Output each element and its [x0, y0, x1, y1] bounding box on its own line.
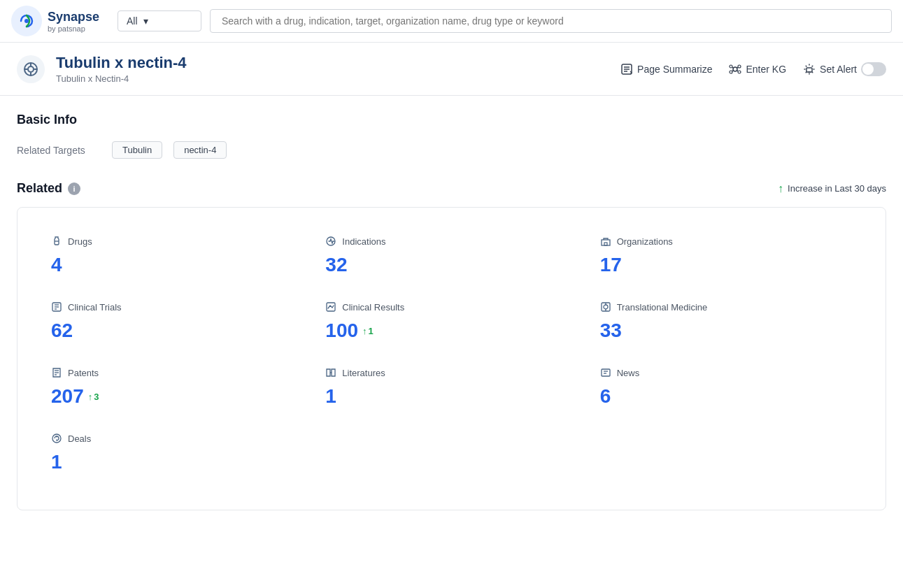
- related-info-icon[interactable]: i: [68, 182, 80, 195]
- chevron-down-icon: ▾: [143, 15, 148, 27]
- organizations-value: 17: [600, 254, 852, 276]
- translational-medicine-icon: [600, 301, 611, 313]
- svg-point-13: [730, 65, 732, 68]
- set-alert-icon: [803, 63, 816, 76]
- stat-item-deals[interactable]: Deals 1: [40, 424, 314, 490]
- related-header: Related i ↑ Increase in Last 30 days: [17, 181, 886, 196]
- svg-point-16: [738, 71, 741, 73]
- news-label: News: [617, 368, 640, 378]
- logo-name: Synapse: [48, 10, 99, 24]
- news-value: 6: [600, 385, 852, 408]
- entity-info: Tubulin x nectin-4 Tubulin x Nectin-4: [56, 54, 187, 84]
- stat-item-news[interactable]: News 6: [589, 359, 863, 424]
- translational-medicine-value: 33: [600, 320, 852, 342]
- related-title: Related: [17, 181, 62, 196]
- drugs-icon: [51, 236, 62, 247]
- drugs-label: Drugs: [68, 236, 92, 247]
- page-summarize-button[interactable]: Page Summarize: [620, 63, 712, 76]
- entity-actions: Page Summarize Enter KG Set Al: [620, 62, 886, 76]
- stat-item-patents[interactable]: Patents 207 ↑ 3: [40, 359, 314, 424]
- clinical-results-icon: [325, 301, 336, 313]
- entity-title: Tubulin x nectin-4: [56, 54, 187, 72]
- page-summarize-icon: [620, 63, 633, 76]
- entity-left: Tubulin x nectin-4 Tubulin x Nectin-4: [17, 54, 187, 84]
- basic-info-title: Basic Info: [17, 113, 886, 127]
- logo-text: Synapse by patsnap: [48, 10, 99, 33]
- main-content: Basic Info Related Targets Tubulin necti…: [0, 96, 903, 527]
- stat-item-clinical-trials[interactable]: Clinical Trials 62: [40, 293, 314, 359]
- svg-point-12: [733, 67, 737, 71]
- organizations-icon: [600, 236, 611, 247]
- organizations-label: Organizations: [617, 236, 673, 247]
- related-targets-label: Related Targets: [17, 145, 101, 156]
- increase-label: ↑ Increase in Last 30 days: [778, 182, 886, 195]
- synapse-logo-icon: [11, 6, 42, 36]
- clinical-trials-value: 62: [51, 320, 303, 342]
- patents-arrow-icon: ↑: [88, 392, 93, 402]
- set-alert-toggle[interactable]: [861, 62, 886, 76]
- indications-label: Indications: [342, 236, 385, 247]
- stat-item-drugs[interactable]: Drugs 4: [40, 227, 314, 293]
- deals-icon: [51, 433, 62, 444]
- stats-grid: Drugs 4 Indications 32: [40, 227, 863, 490]
- clinical-results-arrow-icon: ↑: [362, 326, 367, 336]
- svg-point-15: [730, 71, 732, 73]
- search-input[interactable]: [210, 9, 892, 33]
- dropdown-label: All: [127, 15, 138, 27]
- patents-icon: [51, 367, 62, 378]
- translational-medicine-label: Translational Medicine: [617, 302, 708, 313]
- svg-point-14: [738, 65, 741, 68]
- deals-value: 1: [51, 451, 303, 473]
- clinical-results-label: Clinical Results: [342, 302, 404, 313]
- literatures-icon: [325, 367, 336, 378]
- svg-point-3: [28, 66, 34, 72]
- entity-header: Tubulin x nectin-4 Tubulin x Nectin-4 Pa…: [0, 43, 903, 96]
- drugs-value: 4: [51, 254, 303, 276]
- patents-label: Patents: [68, 368, 99, 378]
- deals-label: Deals: [68, 433, 91, 444]
- set-alert-button[interactable]: Set Alert: [803, 62, 886, 76]
- enter-kg-button[interactable]: Enter KG: [729, 63, 786, 76]
- clinical-trials-icon: [51, 301, 62, 313]
- stat-item-indications[interactable]: Indications 32: [314, 227, 588, 293]
- stats-card: Drugs 4 Indications 32: [17, 207, 886, 510]
- clinical-results-increase: ↑ 1: [362, 326, 374, 336]
- svg-point-33: [604, 305, 608, 309]
- stat-item-literatures[interactable]: Literatures 1: [314, 359, 588, 424]
- svg-point-1: [24, 19, 29, 23]
- target-tag-tubulin[interactable]: Tubulin: [112, 141, 162, 159]
- related-targets-row: Related Targets Tubulin nectin-4: [17, 141, 886, 159]
- app-header: Synapse by patsnap All ▾: [0, 0, 903, 43]
- literatures-label: Literatures: [342, 368, 385, 378]
- news-icon: [600, 367, 611, 378]
- clinical-results-value: 100 ↑ 1: [325, 320, 577, 342]
- logo-area: Synapse by patsnap: [11, 6, 109, 36]
- patents-value: 207 ↑ 3: [51, 385, 303, 408]
- entity-subtitle: Tubulin x Nectin-4: [56, 73, 187, 84]
- clinical-trials-label: Clinical Trials: [68, 302, 122, 313]
- search-type-dropdown[interactable]: All ▾: [118, 10, 201, 31]
- stat-item-translational-medicine[interactable]: Translational Medicine 33: [589, 293, 863, 359]
- logo-sub: by patsnap: [48, 24, 99, 33]
- related-title-area: Related i: [17, 181, 80, 196]
- patents-increase: ↑ 3: [88, 392, 99, 402]
- indications-value: 32: [325, 254, 577, 276]
- svg-rect-40: [602, 369, 610, 376]
- target-tag-nectin4[interactable]: nectin-4: [173, 141, 227, 159]
- entity-icon: [17, 55, 45, 83]
- increase-arrow-icon: ↑: [778, 182, 783, 195]
- enter-kg-icon: [729, 63, 741, 76]
- svg-rect-31: [327, 303, 335, 311]
- stat-item-clinical-results[interactable]: Clinical Results 100 ↑ 1: [314, 293, 588, 359]
- stat-item-organizations[interactable]: Organizations 17: [589, 227, 863, 293]
- literatures-value: 1: [325, 385, 577, 408]
- svg-point-43: [52, 434, 61, 443]
- svg-rect-21: [806, 68, 812, 72]
- indications-icon: [325, 236, 336, 247]
